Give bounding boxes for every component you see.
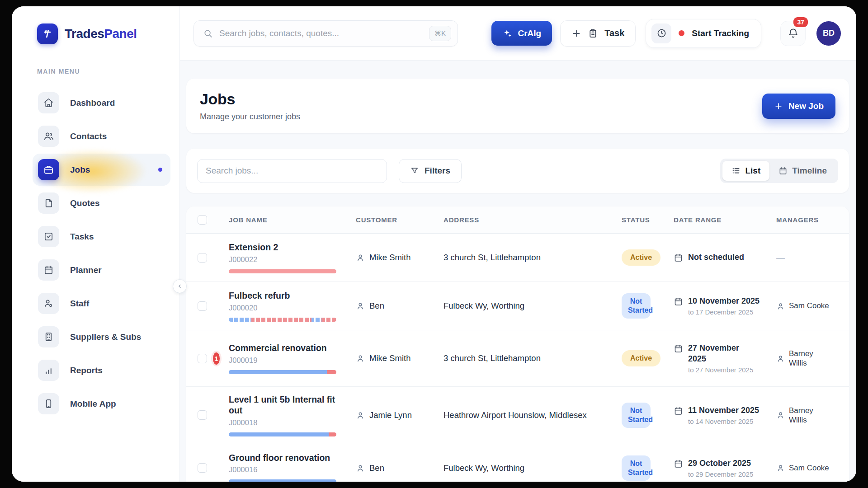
start-tracking-button[interactable]: Start Tracking <box>646 19 761 48</box>
job-name[interactable]: Commercial renovation <box>229 343 342 353</box>
customer-name: Ben <box>369 463 384 473</box>
user-icon <box>356 253 365 262</box>
sidebar-item-label: Tasks <box>70 232 94 242</box>
column-header-date-range: DATE RANGE <box>674 216 776 224</box>
briefcase-icon <box>38 159 59 180</box>
date-main: 29 October 2025 <box>688 458 753 469</box>
table-row[interactable]: Extension 2 J000022 Mike Smith 3 church … <box>186 234 849 282</box>
job-name[interactable]: Ground floor renovation <box>229 452 342 463</box>
job-name[interactable]: Fulbeck refurb <box>229 290 342 301</box>
job-address: Fulbeck Wy, Worthing <box>443 301 524 310</box>
sidebar-item-suppliers-subs[interactable]: Suppliers & Subs <box>33 321 170 353</box>
content-area: Jobs Manage your customer jobs New Job F… <box>180 61 856 482</box>
row-checkbox[interactable] <box>198 354 207 363</box>
filter-toolbar-card: Filters List Timeline <box>186 149 849 193</box>
job-code: J000020 <box>229 304 342 312</box>
brand-logo[interactable]: TradesPanel <box>12 6 179 44</box>
sidebar-item-dashboard[interactable]: Dashboard <box>33 87 170 119</box>
date-sub: to 14 November 2025 <box>688 418 759 425</box>
start-tracking-label: Start Tracking <box>692 28 749 38</box>
column-header-job-name: JOB NAME <box>229 216 356 224</box>
new-job-label: New Job <box>788 101 824 111</box>
new-job-button[interactable]: New Job <box>762 94 835 119</box>
table-row[interactable]: Level 1 unit 5b Internal fit out J000018… <box>186 387 849 444</box>
brand-logo-text: TradesPanel <box>65 27 137 41</box>
calendar-icon <box>674 406 683 416</box>
notification-count-badge: 37 <box>793 16 809 28</box>
user-avatar[interactable]: BD <box>816 21 841 46</box>
page-title: Jobs <box>200 90 300 108</box>
sidebar-item-label: Planner <box>70 265 102 275</box>
sidebar-item-contacts[interactable]: Contacts <box>33 120 170 152</box>
bar-chart-icon <box>38 360 59 381</box>
sidebar-item-label: Reports <box>70 366 103 375</box>
sidebar-item-reports[interactable]: Reports <box>33 354 170 386</box>
date-sub: to 17 December 2025 <box>688 308 760 316</box>
user-icon <box>356 301 365 310</box>
row-checkbox[interactable] <box>198 463 207 473</box>
keyboard-shortcut-badge: ⌘K <box>429 26 451 41</box>
job-name[interactable]: Extension 2 <box>229 242 342 253</box>
customer-name: Ben <box>369 301 384 311</box>
contacts-icon <box>38 126 59 147</box>
view-toggle-timeline[interactable]: Timeline <box>769 161 836 181</box>
table-row[interactable]: 1 Commercial renovation J000019 Mike Smi… <box>186 330 849 387</box>
building-icon <box>38 326 59 347</box>
notifications-button[interactable]: 37 <box>780 21 806 46</box>
craig-ai-button[interactable]: CrAIg <box>491 21 552 46</box>
user-icon <box>356 411 365 420</box>
jobs-table: JOB NAME CUSTOMER ADDRESS STATUS DATE RA… <box>186 206 849 482</box>
job-name[interactable]: Level 1 unit 5b Internal fit out <box>229 394 342 416</box>
new-task-button[interactable]: Task <box>560 20 636 47</box>
status-badge: Not Started <box>622 455 651 481</box>
jobs-search[interactable] <box>197 159 387 183</box>
user-icon <box>776 411 785 419</box>
calendar-icon <box>674 344 683 353</box>
sidebar-item-quotes[interactable]: Quotes <box>33 187 170 219</box>
column-header-managers: MANAGERS <box>776 216 849 224</box>
sidebar-item-planner[interactable]: Planner <box>33 254 170 286</box>
date-main: Not scheduled <box>688 252 744 263</box>
job-progress-bar <box>229 479 336 482</box>
job-progress-bar <box>229 318 336 322</box>
manager-name: Sam Cooke <box>789 301 829 310</box>
job-progress-bar <box>229 269 336 273</box>
sidebar-item-mobile-app[interactable]: Mobile App <box>33 388 170 420</box>
manager-name: Barney Willis <box>789 349 821 368</box>
plus-icon <box>571 28 581 38</box>
column-header-customer: CUSTOMER <box>356 216 443 224</box>
row-checkbox[interactable] <box>198 253 207 263</box>
sidebar-item-jobs[interactable]: Jobs <box>33 154 170 186</box>
select-all-checkbox[interactable] <box>198 215 207 225</box>
bell-icon <box>788 28 799 39</box>
jobs-search-input[interactable] <box>206 166 378 176</box>
sidebar-collapse-button[interactable] <box>173 279 187 293</box>
calendar-icon <box>778 166 788 175</box>
row-checkbox[interactable] <box>198 301 207 311</box>
table-header-row: JOB NAME CUSTOMER ADDRESS STATUS DATE RA… <box>186 206 849 234</box>
status-badge: Not Started <box>622 293 651 319</box>
table-row[interactable]: Fulbeck refurb J000020 Ben Fulbeck Wy, W… <box>186 282 849 330</box>
manager-name: Barney Willis <box>789 406 821 425</box>
sidebar-item-staff[interactable]: Staff <box>33 287 170 319</box>
global-search[interactable]: ⌘K <box>193 20 458 47</box>
sidebar: TradesPanel MAIN MENU Dashboard Contacts… <box>12 6 180 482</box>
filters-button[interactable]: Filters <box>399 159 462 183</box>
calendar-icon <box>674 297 683 306</box>
sidebar-item-label: Staff <box>70 299 89 309</box>
status-badge: Active <box>622 350 660 366</box>
customer-name: Jamie Lynn <box>369 410 412 420</box>
plus-icon <box>774 102 783 111</box>
job-address: Heathrow Airport Hounslow, Middlesex <box>443 410 587 420</box>
job-address: 3 church St, Littlehampton <box>443 253 541 262</box>
craig-label: CrAIg <box>518 28 541 38</box>
global-search-input[interactable] <box>219 28 423 38</box>
job-code: J000019 <box>229 356 342 365</box>
sidebar-item-tasks[interactable]: Tasks <box>33 221 170 253</box>
user-icon <box>776 354 785 363</box>
view-toggle-list[interactable]: List <box>722 161 769 181</box>
table-row[interactable]: Ground floor renovation J000016 Ben Fulb… <box>186 444 849 482</box>
brand-name-primary: Trades <box>65 27 104 41</box>
row-checkbox[interactable] <box>198 410 207 420</box>
sidebar-item-label: Dashboard <box>70 98 115 108</box>
